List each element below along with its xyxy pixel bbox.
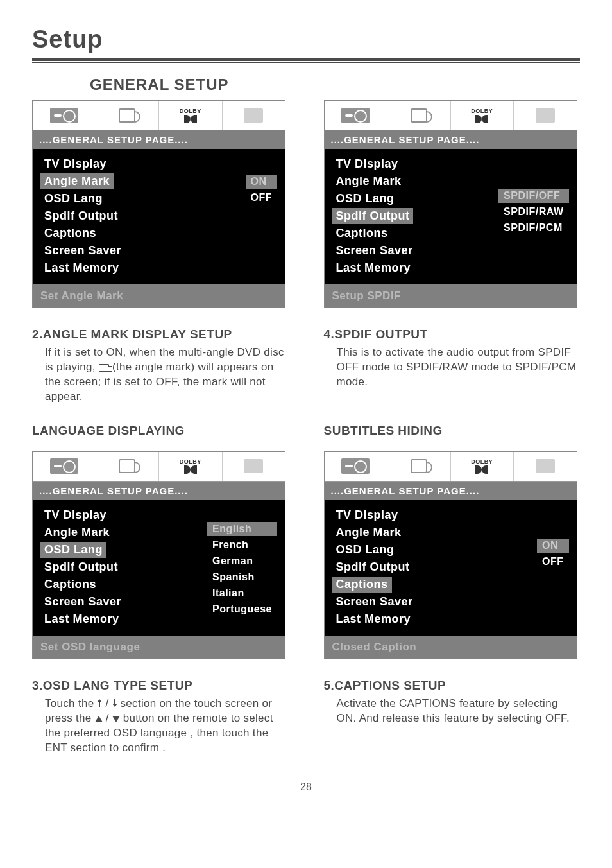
text: Touch the [45,697,97,709]
tab-general[interactable] [325,101,388,130]
option-selected[interactable]: ON [246,175,278,189]
tab-audio[interactable] [96,452,160,481]
menu-item-selected[interactable]: Spdif Output [332,208,414,224]
menu-card-angle-mark: DOLBY ....GENERAL SETUP PAGE.... TV Disp… [32,100,285,308]
heading-osd-lang: 3.OSD LANG TYPE SETUP [32,679,289,693]
menu-item[interactable]: TV Display [40,156,110,172]
speaker-icon [119,459,135,473]
menu-header: ....GENERAL SETUP PAGE.... [33,482,285,500]
menu-item[interactable]: Captions [40,225,100,241]
menu-item[interactable]: Screen Saver [332,243,417,259]
heading-subtitles-hiding: SUBTITLES HIDING [324,424,581,438]
menu-item[interactable]: Spdif Output [332,559,414,575]
equalizer-icon [536,459,555,473]
gear-icon [50,108,78,123]
page-title: Setup [32,26,580,53]
menu-item[interactable]: Angle Mark [40,525,114,541]
triangle-down-icon [112,716,120,722]
tab-bar: DOLBY [33,101,285,130]
dolby-icon: DOLBY [471,458,493,474]
tab-dolby[interactable]: DOLBY [451,101,514,130]
divider-thick [32,58,580,61]
divider-thin [32,62,580,63]
dolby-icon: DOLBY [471,108,493,123]
para-angle-mark: If it is set to ON, when the multi-angle… [32,345,289,404]
option[interactable]: OFF [537,555,569,569]
option-selected[interactable]: SPDIF/OFF [498,189,568,203]
menu-header: ....GENERAL SETUP PAGE.... [325,130,577,149]
menu-item[interactable]: Last Memory [332,611,415,627]
tab-audio[interactable] [387,101,451,130]
menu-item[interactable]: TV Display [332,156,402,172]
tab-dolby[interactable]: DOLBY [451,452,514,481]
menu-item[interactable]: Captions [332,225,392,241]
speaker-icon [119,108,135,123]
tab-video[interactable] [514,452,577,481]
option[interactable]: OFF [246,191,278,205]
menu-item[interactable]: Spdif Output [40,208,122,224]
menu-card-osd-lang: DOLBY ....GENERAL SETUP PAGE.... TV Disp… [32,451,285,659]
angle-mark-icon [99,364,109,372]
menu-card-captions: DOLBY ....GENERAL SETUP PAGE.... TV Disp… [324,451,577,659]
tab-general[interactable] [33,452,96,481]
menu-item[interactable]: TV Display [332,507,402,523]
tab-audio[interactable] [96,101,160,130]
menu-body: TV Display Angle Mark OSD Lang Spdif Out… [33,149,285,284]
menu-item-selected[interactable]: Angle Mark [40,173,114,189]
gear-icon [341,108,370,123]
menu-item-selected[interactable]: Captions [332,577,392,593]
menu-item[interactable]: Captions [40,577,100,593]
menu-item[interactable]: OSD Lang [332,542,398,558]
tab-video[interactable] [223,452,285,481]
menu-body: TV Display Angle Mark OSD Lang Spdif Out… [33,500,285,636]
heading-language-displaying: LANGUAGE DISPLAYING [32,424,289,438]
menu-item[interactable]: TV Display [40,507,110,523]
heading-captions: 5.CAPTIONS SETUP [324,679,581,693]
heading-spdif: 4.SPDIF OUTPUT [324,327,581,342]
option[interactable]: German [207,554,277,568]
option[interactable]: French [207,538,277,552]
option[interactable]: Portuguese [207,602,277,616]
row-cards-1: DOLBY ....GENERAL SETUP PAGE.... TV Disp… [32,100,580,308]
menu-item[interactable]: Last Memory [40,611,123,627]
menu-item[interactable]: OSD Lang [40,191,106,207]
menu-body: TV Display Angle Mark OSD Lang Spdif Out… [325,500,577,636]
menu-header: ....GENERAL SETUP PAGE.... [325,482,577,500]
speaker-icon [411,108,427,123]
tab-video[interactable] [223,101,285,130]
menu-item[interactable]: Last Memory [40,260,123,276]
menu-body: TV Display Angle Mark OSD Lang Spdif Out… [325,149,577,284]
option[interactable]: Spanish [207,570,277,584]
menu-item[interactable]: Angle Mark [332,173,405,189]
option-selected[interactable]: ON [537,539,569,553]
section-title: GENERAL SETUP [90,76,580,94]
menu-item[interactable]: Screen Saver [332,594,417,610]
option[interactable]: Italian [207,586,277,600]
menu-item[interactable]: Angle Mark [332,525,405,541]
menu-item[interactable]: OSD Lang [332,191,398,207]
tab-bar: DOLBY [325,452,577,482]
para-osd-lang: Touch the / section on the touch screen … [32,697,289,756]
menu-item[interactable]: Last Memory [332,260,415,276]
gear-icon [50,458,78,474]
dolby-icon: DOLBY [180,458,201,474]
page-number: 28 [32,781,580,793]
tab-dolby[interactable]: DOLBY [159,452,223,481]
tab-general[interactable] [33,101,96,130]
tab-dolby[interactable]: DOLBY [159,101,223,130]
menu-item-selected[interactable]: OSD Lang [40,542,106,558]
speaker-icon [411,459,427,473]
tab-audio[interactable] [387,452,451,481]
menu-item[interactable]: Screen Saver [40,594,125,610]
tab-video[interactable] [514,101,577,130]
option-selected[interactable]: English [207,522,277,536]
tab-bar: DOLBY [33,452,285,482]
tab-general[interactable] [325,452,388,481]
row-subtitles: LANGUAGE DISPLAYING SUBTITLES HIDING [32,424,580,442]
menu-item[interactable]: Screen Saver [40,243,125,259]
menu-item[interactable]: Spdif Output [40,559,122,575]
para-spdif: This is to activate the audio output fro… [324,345,581,390]
option[interactable]: SPDIF/RAW [498,205,568,219]
option[interactable]: SPDIF/PCM [498,221,568,235]
gear-icon [341,458,370,474]
